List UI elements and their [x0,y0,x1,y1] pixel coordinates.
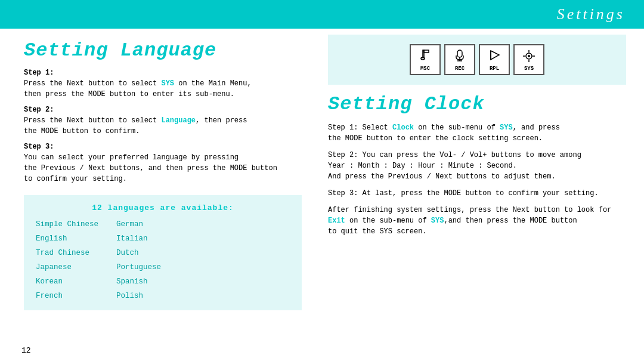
step3-text-a: You can select your preferred language b… [24,153,239,162]
setting-language-title: Setting Language [24,39,302,61]
list-item: English [36,233,98,245]
clock-step1-text: Step 1: Select Clock on the sub-menu of … [328,122,626,144]
main-content: Setting Language Step 1: Press the Next … [0,29,644,361]
clock-step3-block: Step 3: At last, press the MODE button t… [328,188,626,199]
msc-icon [417,48,434,64]
clock-step2-block: Step 2: You can press the Vol- / Vol+ bu… [328,150,626,182]
list-item: Korean [36,276,98,288]
step2-text-a: Press the Next button to select [24,116,161,125]
step1-text-c: then press the MODE button to enter its … [24,90,234,98]
step3-block: Step 3: You can select your preferred la… [24,143,302,184]
list-item: Italian [116,233,161,245]
final-exit: Exit [328,217,345,225]
step3-label: Step 3: [24,143,302,151]
step1-text-a: Press the Next button to select [24,79,161,88]
rpl-icon [486,48,503,64]
list-item: Japanese [36,261,98,273]
step1-block: Step 1: Press the Next button to select … [24,69,302,100]
icon-box-row: MSC REC [410,44,544,75]
setting-clock-title: Setting Clock [328,93,626,115]
final-text-b: on the sub-menu of [345,217,431,225]
clock-step1-text-c: , and press [513,124,560,132]
list-item: Trad Chinese [36,247,98,259]
step2-lang: Language [161,116,196,125]
step3-text-b: the Previous / Next buttons, and then pr… [24,164,277,172]
sys-icon [521,48,537,64]
clock-step2-text-a: Step 2: You can press the Vol- / Vol+ bu… [328,151,581,159]
clock-step1-block: Step 1: Select Clock on the sub-menu of … [328,122,626,144]
final-text-d: to quit the SYS screen. [328,227,427,236]
list-item: Simple Chinese [36,218,98,230]
svg-rect-1 [424,50,429,53]
clock-step2-text-c: And press the Previous / Next buttons to… [328,172,556,181]
clock-step1-sys: SYS [500,124,513,132]
step3-text: You can select your preferred language b… [24,152,302,184]
rec-icon-box: REC [444,44,475,75]
svg-rect-3 [457,50,462,57]
step2-text-c: the MODE button to confirm. [24,127,140,135]
step2-text-b: , then press [196,116,247,125]
list-item: French [36,290,98,302]
lang-col1: Simple ChineseEnglishTrad ChineseJapanes… [36,218,98,302]
step1-sys: SYS [161,79,174,88]
list-item: Spanish [116,276,161,288]
step2-block: Step 2: Press the Next button to select … [24,106,302,137]
sys-icon-box: SYS [513,44,544,75]
left-column: Setting Language Step 1: Press the Next … [0,29,316,361]
icon-area: MSC REC [328,35,626,85]
rec-icon [451,48,468,64]
svg-point-13 [528,55,530,57]
clock-step3-text: Step 3: At last, press the MODE button t… [328,188,626,199]
clock-step1-clock: Clock [392,124,414,132]
final-text: After finishing system settings, press t… [328,205,626,237]
final-sys: SYS [431,217,444,225]
page-number: 12 [21,346,31,355]
step3-text-c: to confirm your setting. [24,175,127,183]
step1-text-b: on the Main Menu, [174,79,252,88]
final-block: After finishing system settings, press t… [328,205,626,237]
right-column: MSC REC [316,29,644,361]
svg-point-2 [421,57,425,60]
clock-step1-text-d: the MODE button to enter the clock setti… [328,134,543,143]
list-item: Portuguese [116,261,161,273]
lang-box-title: 12 languages are available: [36,203,290,212]
clock-step2-text-b: Year : Month : Day : Hour : Minute : Sec… [328,162,517,170]
step2-label: Step 2: [24,106,302,114]
sys-label: SYS [524,66,534,72]
msc-label: MSC [420,66,430,72]
lang-list: Simple ChineseEnglishTrad ChineseJapanes… [36,218,290,302]
step1-text: Press the Next button to select SYS on t… [24,78,302,100]
final-text-a: After finishing system settings, press t… [328,206,611,214]
msc-icon-box: MSC [410,44,441,75]
step1-label: Step 1: [24,69,302,77]
clock-step1-text-a: Step 1: Select [328,124,392,132]
clock-step1-text-b: on the sub-menu of [414,124,500,132]
final-text-c: ,and then press the MODE button [444,217,577,225]
clock-step2-text: Step 2: You can press the Vol- / Vol+ bu… [328,150,626,182]
banner-title: Settings [557,5,625,23]
rpl-label: RPL [490,66,499,72]
top-banner: Settings [0,0,644,29]
list-item: Dutch [116,247,161,259]
lang-col2: GermanItalianDutchPortugueseSpanishPolis… [116,218,161,302]
list-item: German [116,218,161,230]
rpl-icon-box: RPL [479,44,510,75]
step2-text: Press the Next button to select Language… [24,115,302,137]
rec-label: REC [455,66,465,72]
list-item: Polish [116,290,161,302]
language-box: 12 languages are available: Simple Chine… [24,195,302,310]
